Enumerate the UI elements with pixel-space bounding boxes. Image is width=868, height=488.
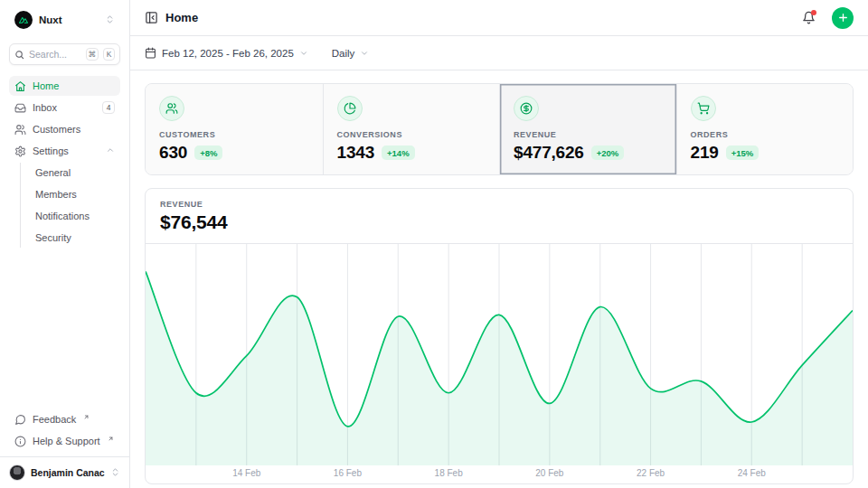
user-name: Benjamin Canac — [31, 467, 105, 478]
stat-label: REVENUE — [514, 130, 663, 139]
avatar — [9, 465, 25, 481]
stat-delta-badge: +15% — [726, 145, 760, 160]
kbd-cmd: ⌘ — [86, 48, 99, 61]
chevrons-up-down-icon — [110, 465, 120, 481]
revenue-area-chart[interactable] — [146, 243, 853, 465]
date-range-value: Feb 12, 2025 - Feb 26, 2025 — [162, 48, 294, 59]
settings-subnav: General Members Notifications Security — [20, 163, 120, 248]
workspace-switcher[interactable]: Nuxt — [9, 7, 120, 33]
chevrons-up-down-icon — [105, 12, 115, 28]
arrow-up-right-icon — [83, 411, 90, 422]
sidebar-item-label: Inbox — [33, 102, 96, 113]
stat-value: 1343 — [337, 143, 375, 163]
stats-row: CUSTOMERS 630 +8% CONVERSIONS 1343 +14% — [145, 83, 854, 175]
stat-label: ORDERS — [691, 130, 840, 139]
add-button[interactable] — [832, 7, 854, 29]
sidebar-item-notifications[interactable]: Notifications — [30, 206, 120, 226]
sidebar-item-label: Settings — [33, 145, 99, 156]
plus-icon — [837, 12, 849, 23]
user-menu[interactable]: Benjamin Canac — [0, 456, 129, 488]
app-window: Nuxt Search... ⌘ K Home — [0, 0, 868, 488]
dashboard-content: CUSTOMERS 630 +8% CONVERSIONS 1343 +14% — [130, 70, 868, 488]
users-icon — [165, 102, 178, 115]
help-support-link[interactable]: Help & Support — [9, 431, 120, 451]
sidebar-nav: Home Inbox 4 Customers Settings — [0, 76, 129, 248]
inbox-count-badge: 4 — [102, 101, 115, 114]
sidebar: Nuxt Search... ⌘ K Home — [0, 0, 130, 488]
sidebar-item-label: Home — [33, 80, 115, 91]
chart-canvas — [146, 244, 853, 465]
feedback-label: Feedback — [33, 414, 76, 425]
stat-card-revenue[interactable]: REVENUE $477,626 +20% — [499, 84, 676, 174]
chevron-up-icon — [106, 145, 115, 156]
x-tick-label: 22 Feb — [637, 468, 665, 478]
sidebar-footer: Feedback Help & Support Ben — [0, 409, 129, 488]
stat-label: CONVERSIONS — [337, 130, 486, 139]
sidebar-item-customers[interactable]: Customers — [9, 119, 120, 139]
chart-title: REVENUE — [160, 200, 838, 209]
nuxt-logo — [14, 11, 33, 29]
stat-label: CUSTOMERS — [159, 130, 309, 139]
sidebar-item-members[interactable]: Members — [30, 184, 120, 204]
message-bubble-icon — [14, 414, 26, 426]
revenue-chart-card: REVENUE $76,544 14 Feb16 Feb18 Feb20 Feb… — [145, 188, 854, 484]
shopping-cart-icon — [697, 102, 710, 115]
date-range-picker[interactable]: Feb 12, 2025 - Feb 26, 2025 — [145, 47, 308, 59]
feedback-link[interactable]: Feedback — [9, 409, 120, 429]
chevron-down-icon — [299, 49, 308, 58]
pie-chart-icon — [344, 102, 356, 115]
arrow-up-right-icon — [108, 433, 114, 444]
inbox-icon — [14, 102, 26, 114]
chart-current-value: $76,544 — [160, 211, 838, 233]
notifications-button[interactable] — [802, 11, 816, 24]
sidebar-item-security[interactable]: Security — [30, 228, 120, 248]
sidebar-item-settings[interactable]: Settings — [9, 141, 120, 161]
unread-dot — [811, 10, 816, 15]
info-circle-icon — [14, 436, 26, 447]
x-tick-label: 24 Feb — [738, 468, 766, 478]
page-header: Home — [130, 0, 868, 36]
stat-value: $477,626 — [514, 143, 584, 163]
stat-delta-badge: +20% — [591, 145, 625, 160]
page-title: Home — [165, 11, 795, 24]
panel-left-close-icon[interactable] — [145, 11, 158, 24]
stat-delta-badge: +14% — [382, 145, 415, 160]
granularity-select[interactable]: Daily — [332, 48, 370, 59]
calendar-icon — [145, 47, 156, 59]
search-icon — [14, 50, 24, 60]
sidebar-item-home[interactable]: Home — [9, 76, 120, 96]
search-placeholder: Search... — [29, 49, 81, 60]
sidebar-item-label: Customers — [33, 124, 115, 135]
granularity-value: Daily — [332, 48, 355, 59]
stat-card-orders[interactable]: ORDERS 219 +15% — [676, 84, 854, 174]
sidebar-item-general[interactable]: General — [30, 163, 120, 183]
chart-x-axis: 14 Feb16 Feb18 Feb20 Feb22 Feb24 Feb — [146, 465, 853, 483]
workspace-name: Nuxt — [39, 14, 99, 25]
stat-card-customers[interactable]: CUSTOMERS 630 +8% — [146, 84, 323, 174]
stat-delta-badge: +8% — [194, 145, 222, 160]
sidebar-item-inbox[interactable]: Inbox 4 — [9, 98, 120, 117]
users-icon — [14, 124, 26, 136]
main-panel: Home Feb 12, 2025 - Feb 26, 2025 Daily — [130, 0, 868, 488]
filters-toolbar: Feb 12, 2025 - Feb 26, 2025 Daily — [130, 36, 868, 70]
help-support-label: Help & Support — [33, 436, 100, 446]
search-input[interactable]: Search... ⌘ K — [9, 43, 120, 65]
gear-icon — [14, 145, 26, 157]
stat-card-conversions[interactable]: CONVERSIONS 1343 +14% — [323, 84, 500, 174]
dollar-circle-icon — [520, 102, 533, 115]
home-icon — [14, 80, 26, 92]
stat-value: 219 — [691, 143, 719, 163]
stat-value: 630 — [159, 143, 187, 163]
x-tick-label: 14 Feb — [232, 468, 260, 478]
x-tick-label: 18 Feb — [435, 468, 463, 478]
kbd-k: K — [103, 48, 115, 61]
x-tick-label: 16 Feb — [334, 468, 362, 478]
x-tick-label: 20 Feb — [535, 468, 563, 478]
chevron-down-icon — [360, 49, 369, 58]
